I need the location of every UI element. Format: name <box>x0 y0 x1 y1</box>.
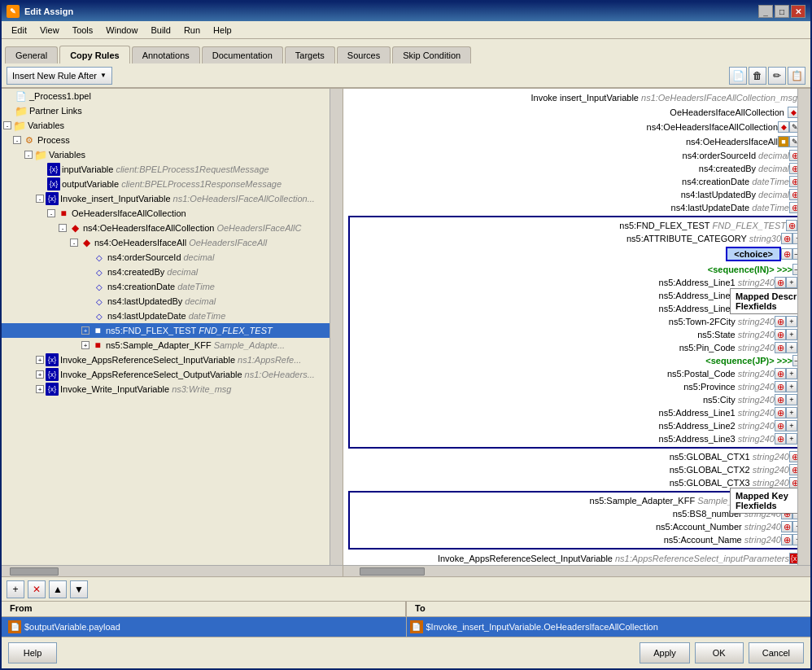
rp-addr2b-plus[interactable]: + <box>786 420 797 431</box>
tree-node-inputvar[interactable]: {x} inputVariable client:BPELProcess1Req… <box>2 162 330 177</box>
rp-postal-plus[interactable]: + <box>786 368 797 379</box>
tree-node-creationDate[interactable]: ◇ ns4:creationDate dateTime <box>2 279 330 294</box>
tree-node-ns4oe-all-coll[interactable]: - ◆ ns4:OeHeadersIfaceAllCollection OeHe… <box>2 221 330 235</box>
maximize-button[interactable]: □ <box>775 5 789 18</box>
tree-node-lastUpdatedBy[interactable]: ◇ ns4:lastUpdatedBy decimal <box>2 294 330 309</box>
tree-node-orderSourceId[interactable]: ◇ ns4:orderSourceId decimal <box>2 250 330 265</box>
rp-addr2b-icon[interactable]: ⊕ <box>775 420 786 431</box>
rp-fnd-flex-icon[interactable]: ⊕ <box>786 220 797 231</box>
mapping-up-button[interactable]: ▲ <box>49 580 67 598</box>
tab-documentation[interactable]: Documentation <box>202 46 283 63</box>
seq-jp-minus[interactable]: — <box>792 355 797 366</box>
rp-ns4oe-coll-red[interactable]: ◆ <box>778 121 789 133</box>
tree-node-outputvar[interactable]: {x} outputVariable client:BPELProcess1Re… <box>2 177 330 191</box>
tree-node-invoke-insert[interactable]: - {x} Invoke_insert_InputVariable ns1:Oe… <box>2 191 330 206</box>
right-panel-hscroll[interactable] <box>343 565 810 576</box>
menu-item-1[interactable]: Edit <box>5 24 33 37</box>
tree-node-fnd-flex[interactable]: + ■ ns5:FND_FLEX_TEST FND_FLEX_TEST <box>2 323 330 338</box>
tree-node-invoke-apps-out[interactable]: + {x} Invoke_AppsReferenceSelect_OutputV… <box>2 367 330 382</box>
right-panel-vscroll[interactable] <box>797 89 810 565</box>
rp-addr1-icon[interactable]: ⊕ <box>775 277 786 288</box>
rp-pin-plus[interactable]: + <box>786 342 797 353</box>
seq-in-minus[interactable]: — <box>792 264 797 275</box>
expander-invoke-insert[interactable]: - <box>36 195 44 203</box>
help-button[interactable]: Help <box>8 642 57 663</box>
rp-city-icon[interactable]: ⊕ <box>775 394 786 405</box>
rp-addr3b-icon[interactable]: ⊕ <box>775 433 786 444</box>
ok-button[interactable]: OK <box>695 642 744 663</box>
mapping-delete-button[interactable]: ✕ <box>28 580 46 598</box>
page-remove-button[interactable]: 🗑 <box>749 67 766 85</box>
expander-inputvar[interactable] <box>36 164 46 174</box>
rp-city-plus[interactable]: + <box>786 394 797 405</box>
rp-orderSourceId-icon[interactable]: ⊕ <box>789 150 797 161</box>
minimize-button[interactable]: _ <box>758 5 773 18</box>
menu-item-7[interactable]: Help <box>207 24 238 37</box>
rp-addr1b-icon[interactable]: ⊕ <box>775 407 786 418</box>
rp-acct-num-plus[interactable]: + <box>792 521 797 532</box>
tree-node-process1bpel[interactable]: 📄 _Process1.bpel <box>2 89 330 103</box>
apply-button[interactable]: Apply <box>640 642 690 663</box>
rp-ns4oe-coll-edit[interactable]: ✎ <box>789 121 797 133</box>
rp-acct-num-icon[interactable]: ⊕ <box>781 521 792 532</box>
tree-node-variables[interactable]: - 📁 Variables <box>2 118 330 133</box>
rp-addr1b-plus[interactable]: + <box>786 407 797 418</box>
rp-ns4oe-all-edit[interactable]: ✎ <box>789 136 797 147</box>
expander-process[interactable]: - <box>13 136 21 144</box>
expander-invoke-apps-in[interactable]: + <box>36 356 44 364</box>
expander-invoke-write[interactable]: + <box>36 385 44 393</box>
tree-node-vars-folder[interactable]: - 📁 Variables <box>2 147 330 162</box>
menu-item-5[interactable]: Build <box>144 24 177 37</box>
expander-process1[interactable] <box>3 91 13 101</box>
tab-copy-rules[interactable]: Copy Rules <box>59 46 130 63</box>
menu-item-4[interactable]: Window <box>99 24 144 37</box>
rp-ns4oe-all-icon[interactable]: ■ <box>778 136 789 147</box>
expander-ns4oe-all-coll[interactable]: - <box>59 224 67 232</box>
choice-icon[interactable]: ⊕ <box>781 248 792 260</box>
tab-annotations[interactable]: Annotations <box>132 46 200 63</box>
rp-createdBy-icon[interactable]: ⊕ <box>789 163 797 174</box>
rp-attr-cat-plus[interactable]: + <box>792 233 797 244</box>
rp-creationDate-icon[interactable]: ⊕ <box>789 176 797 187</box>
rp-town-plus[interactable]: + <box>786 316 797 327</box>
tab-general[interactable]: General <box>5 46 58 63</box>
close-button[interactable]: ✕ <box>791 5 805 18</box>
menu-item-6[interactable]: Run <box>177 24 207 37</box>
rp-province-plus[interactable]: + <box>786 381 797 392</box>
tree-node-lastUpdateDate[interactable]: ◇ ns4:lastUpdateDate dateTime <box>2 309 330 323</box>
page-add-button[interactable]: 📄 <box>729 67 747 85</box>
page-copy-button[interactable]: 📋 <box>788 67 805 85</box>
expander-vars-folder[interactable]: - <box>24 151 33 159</box>
rp-acct-name-icon[interactable]: ⊕ <box>781 534 792 545</box>
page-edit-button[interactable]: ✏ <box>768 67 786 85</box>
menu-item-3[interactable]: Tools <box>66 24 100 37</box>
left-panel-hscroll[interactable] <box>2 565 343 576</box>
expander-oeheaders-all[interactable]: - <box>47 209 55 217</box>
rp-postal-icon[interactable]: ⊕ <box>775 368 786 379</box>
mapping-row[interactable]: 📄 $outputVariable.payload 📄 $Invoke_inse… <box>2 617 810 637</box>
rp-attr-cat-icon[interactable]: ⊕ <box>781 233 792 244</box>
expander-sample-adapter[interactable]: + <box>81 341 89 349</box>
tree-node-process[interactable]: - ⚙ Process <box>2 133 330 147</box>
rp-global1-icon[interactable]: ⊕ <box>789 451 797 462</box>
tree-node-oeheaders-all[interactable]: - ■ OeHeadersIfaceAllCollection <box>2 206 330 221</box>
rp-state-plus[interactable]: + <box>786 329 797 340</box>
left-panel-vscroll[interactable] <box>330 89 343 565</box>
rp-town-icon[interactable]: ⊕ <box>775 316 786 327</box>
rp-global3-icon[interactable]: ⊕ <box>789 477 797 488</box>
expander-partner-links[interactable] <box>3 106 13 116</box>
rp-collection-icon-red[interactable]: ◆ <box>788 107 797 118</box>
rp-lastUpdatedBy-icon[interactable]: ⊕ <box>789 189 797 200</box>
tree-node-sample-adapter[interactable]: + ■ ns5:Sample_Adapter_KFF Sample_Adapte… <box>2 338 330 353</box>
rp-lastUpdateDate-icon[interactable]: ⊕ <box>789 202 797 213</box>
tab-sources[interactable]: Sources <box>337 46 391 63</box>
rp-global2-icon[interactable]: ⊕ <box>789 464 797 475</box>
tab-targets[interactable]: Targets <box>285 46 335 63</box>
tab-skip-condition[interactable]: Skip Condition <box>392 46 471 63</box>
menu-item-2[interactable]: View <box>33 24 66 37</box>
expander-outputvar[interactable] <box>36 179 46 189</box>
rp-province-icon[interactable]: ⊕ <box>775 381 786 392</box>
tree-node-invoke-apps-in[interactable]: + {x} Invoke_AppsReferenceSelect_InputVa… <box>2 353 330 367</box>
expander-variables[interactable]: - <box>3 121 11 129</box>
cancel-button[interactable]: Cancel <box>749 642 804 663</box>
